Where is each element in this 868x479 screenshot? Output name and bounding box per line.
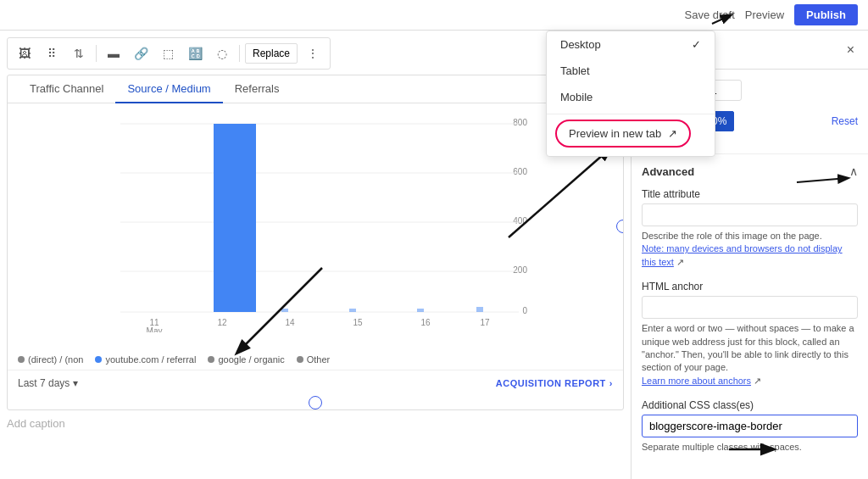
save-draft-link[interactable]: Save draft [685,8,735,21]
title-attribute-group: Title attribute Describe the role of thi… [642,188,858,269]
title-attribute-desc: Describe the role of this image on the p… [642,230,858,269]
advanced-section: Advanced ∧ Title attribute Describe the … [632,153,868,476]
drag-icon[interactable]: ⠿ [40,42,64,65]
legend-item-other: Other [297,354,331,365]
toolbar-divider-1 [96,45,97,62]
legend-label-google: google / organic [218,354,284,365]
main-layout: 🖼 ⠿ ⇅ ▬ 🔗 ⬚ 🔠 ◌ Replace ⋮ Traffic Channe… [0,31,868,479]
legend-item-direct: (direct) / (non [18,354,83,365]
more-options-icon[interactable]: ⋮ [301,42,325,65]
legend-dot-direct [18,356,25,363]
toolbar-divider-2 [239,45,240,62]
svg-text:12: 12 [217,318,227,327]
svg-text:17: 17 [480,318,490,327]
title-attribute-link[interactable]: Note: many devices and browsers do not d… [642,243,843,266]
chart-tabs: Traffic Channel Source / Medium Referral… [8,75,623,103]
top-bar: Save draft Preview Publish [0,0,868,31]
html-anchor-desc: Enter a word or two — without spaces — t… [642,322,858,387]
svg-text:200: 200 [513,265,527,275]
advanced-title: Advanced [642,165,694,178]
resize-handle-right[interactable] [616,220,624,233]
title-attribute-input[interactable] [642,203,858,226]
preview-button[interactable]: Preview [745,8,784,21]
link-icon[interactable]: 🔗 [129,42,153,65]
publish-button[interactable]: Publish [794,4,858,25]
tab-traffic-channel[interactable]: Traffic Channel [18,75,115,103]
block-toolbar: 🖼 ⠿ ⇅ ▬ 🔗 ⬚ 🔠 ◌ Replace ⋮ [7,37,331,70]
legend-dot-other [297,356,303,363]
legend-dot-youtube [95,356,102,363]
preview-tablet[interactable]: Tablet [547,58,715,84]
svg-rect-19 [349,309,356,312]
legend-label-direct: (direct) / (non [28,354,83,365]
circle-icon[interactable]: ◌ [210,42,234,65]
external-link-icon: ↗ [668,127,677,140]
preview-desktop[interactable]: Desktop ✓ [547,31,715,58]
title-attribute-label: Title attribute [642,188,858,200]
chart-area: 800 600 400 200 0 11 May 12 14 [8,103,623,349]
svg-text:600: 600 [513,167,527,176]
svg-rect-18 [281,309,288,312]
html-anchor-group: HTML anchor Enter a word or two — withou… [642,281,858,387]
svg-text:14: 14 [285,318,295,327]
chart-legend: (direct) / (non youtube.com / referral g… [8,349,623,370]
chart-footer: Last 7 days ▾ ACQUISITION REPORT › [8,370,623,396]
legend-label-other: Other [307,354,331,365]
svg-rect-20 [417,309,424,312]
svg-rect-17 [214,124,256,312]
preview-new-tab-button[interactable]: Preview in new tab ↗ [555,120,691,148]
css-classes-desc: Separate multiple classes with spaces. [642,441,858,454]
align-icon[interactable]: ▬ [102,42,125,65]
html-anchor-link[interactable]: Learn more about anchors [642,376,751,386]
svg-rect-21 [476,307,483,312]
preview-dropdown: Desktop ✓ Tablet Mobile Preview in new t… [546,31,715,157]
svg-text:May: May [147,326,163,332]
check-icon: ✓ [692,38,701,51]
period-chevron: ▾ [73,377,78,389]
tab-source-medium[interactable]: Source / Medium [115,75,222,103]
acquisition-report-link[interactable]: ACQUISITION REPORT › [496,378,613,388]
svg-text:16: 16 [420,318,431,327]
crop-icon[interactable]: ⬚ [156,42,180,65]
resize-handle-bottom[interactable] [309,396,322,409]
preview-dropdown-divider [547,114,715,114]
chart-widget: Traffic Channel Source / Medium Referral… [7,75,624,410]
preview-mobile[interactable]: Mobile [547,84,715,110]
chart-svg: 800 600 400 200 0 11 May 12 14 [16,112,615,332]
collapse-icon: ∧ [849,164,858,178]
sidebar-close-button[interactable]: × [843,41,858,59]
reset-button[interactable]: Reset [832,115,858,127]
svg-text:800: 800 [513,118,527,127]
replace-button[interactable]: Replace [245,43,298,64]
svg-text:15: 15 [353,318,363,327]
period-label: Last 7 days [18,377,70,389]
chevron-right-icon: › [609,378,613,388]
content-area: 🖼 ⠿ ⇅ ▬ 🔗 ⬚ 🔠 ◌ Replace ⋮ Traffic Channe… [0,31,631,479]
css-classes-input[interactable] [642,415,858,437]
css-classes-group: Additional CSS class(es) Separate multip… [642,399,858,454]
css-classes-label: Additional CSS class(es) [642,399,858,411]
advanced-header[interactable]: Advanced ∧ [642,164,858,178]
legend-item-google: google / organic [208,354,284,365]
legend-item-youtube: youtube.com / referral [95,354,196,365]
move-icon[interactable]: ⇅ [67,42,91,65]
text-icon[interactable]: 🔠 [183,42,207,65]
html-anchor-label: HTML anchor [642,281,858,292]
last-7-days-selector[interactable]: Last 7 days ▾ [18,377,78,389]
legend-dot-google [208,356,214,363]
add-caption[interactable]: Add caption [7,410,624,430]
svg-text:400: 400 [513,216,527,226]
svg-text:0: 0 [522,306,527,315]
html-anchor-input[interactable] [642,296,858,319]
legend-label-youtube: youtube.com / referral [105,354,196,365]
tab-referrals[interactable]: Referrals [223,75,292,103]
image-icon[interactable]: 🖼 [13,42,36,65]
